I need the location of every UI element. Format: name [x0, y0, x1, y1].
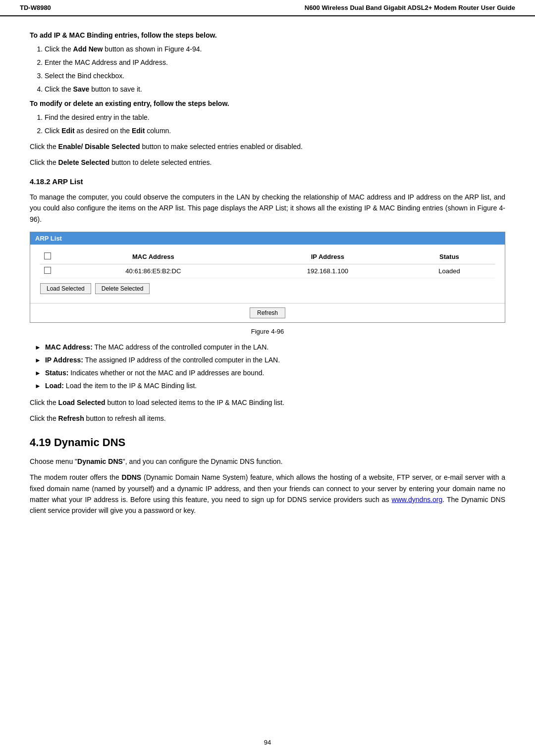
bullet-list: ► MAC Address: The MAC address of the co… [35, 342, 505, 391]
bullet-load-text: Load: Load the item to the IP & MAC Bind… [45, 381, 197, 391]
arp-action-buttons: Load Selected Delete Selected [40, 283, 495, 294]
load-selected-paragraph: Click the Load Selected button to load s… [30, 397, 505, 408]
dynamic-dns-menu-bold: Dynamic DNS [77, 457, 123, 465]
figure-caption: Figure 4-96 [30, 328, 505, 335]
delete-selected-button[interactable]: Delete Selected [95, 283, 150, 294]
bullet-mac-text: MAC Address: The MAC address of the cont… [45, 342, 268, 353]
refresh-paragraph: Click the Refresh button to refresh all … [30, 413, 505, 424]
bullet-status-text: Status: Indicates whether or not the MAC… [45, 368, 265, 378]
col-status: Status [404, 250, 495, 264]
status-label: Status: [45, 369, 68, 377]
main-content: To add IP & MAC Binding entries, follow … [0, 26, 535, 541]
refresh-inline-bold: Refresh [58, 414, 84, 422]
load-selected-inline-bold: Load Selected [58, 399, 106, 406]
arp-table: MAC Address IP Address Status 40:61:86:E… [40, 250, 495, 278]
edit-bold-2: Edit [132, 127, 145, 135]
arp-table-header-row: MAC Address IP Address Status [40, 250, 495, 264]
save-bold: Save [73, 85, 90, 93]
bullet-item-status: ► Status: Indicates whether or not the M… [35, 368, 505, 378]
col-checkbox [40, 250, 55, 264]
row-status: Loaded [404, 264, 495, 278]
mac-label: MAC Address: [45, 343, 93, 351]
load-selected-button[interactable]: Load Selected [40, 283, 91, 294]
modify-heading: To modify or delete an existing entry, f… [30, 100, 505, 107]
refresh-button[interactable]: Refresh [250, 307, 285, 318]
col-ip-address: IP Address [252, 250, 404, 264]
guide-title: N600 Wireless Dual Band Gigabit ADSL2+ M… [305, 4, 515, 11]
dynamic-dns-intro: Choose menu "Dynamic DNS", and you can c… [30, 456, 505, 467]
add-step-4: Click the Save button to save it. [45, 84, 505, 95]
delete-selected-paragraph: Click the Delete Selected button to dele… [30, 157, 505, 168]
page-number: 94 [0, 739, 535, 746]
row-checkbox-cell [40, 264, 55, 278]
modify-step-1: Find the desired entry in the table. [45, 112, 505, 123]
row-mac: 40:61:86:E5:B2:DC [55, 264, 252, 278]
enable-disable-bold: Enable/ Disable Selected [58, 143, 140, 151]
table-row: 40:61:86:E5:B2:DC 192.168.1.100 Loaded [40, 264, 495, 278]
edit-bold-1: Edit [61, 127, 74, 135]
add-ip-mac-heading: To add IP & MAC Binding entries, follow … [30, 31, 505, 39]
modify-steps-list: Find the desired entry in the table. Cli… [45, 112, 505, 136]
arrow-icon-3: ► [35, 368, 41, 378]
enable-disable-paragraph: Click the Enable/ Disable Selected butto… [30, 141, 505, 152]
col-mac-address: MAC Address [55, 250, 252, 264]
page-container: TD-W8980 N600 Wireless Dual Band Gigabit… [0, 0, 535, 756]
add-new-bold: Add New [73, 45, 103, 53]
bullet-item-ip: ► IP Address: The assigned IP address of… [35, 355, 505, 365]
row-checkbox[interactable] [44, 267, 51, 274]
dynamic-dns-body: The modem router offers the DDNS (Dynami… [30, 472, 505, 516]
add-step-3: Select the Bind checkbox. [45, 71, 505, 81]
arrow-icon-1: ► [35, 343, 41, 353]
add-step-1: Click the Add New button as shown in Fig… [45, 44, 505, 54]
row-ip: 192.168.1.100 [252, 264, 404, 278]
arp-list-title: 4.18.2 ARP List [30, 177, 505, 186]
dyndns-link[interactable]: www.dyndns.org [392, 496, 443, 504]
bullet-ip-text: IP Address: The assigned IP address of t… [45, 355, 280, 365]
arrow-icon-2: ► [35, 355, 41, 365]
bullet-item-load: ► Load: Load the item to the IP & MAC Bi… [35, 381, 505, 391]
page-header: TD-W8980 N600 Wireless Dual Band Gigabit… [0, 0, 535, 16]
arp-refresh-row: Refresh [30, 303, 505, 322]
arp-table-wrapper: MAC Address IP Address Status 40:61:86:E… [30, 245, 505, 303]
arp-description: To manage the computer, you could observ… [30, 192, 505, 225]
ddns-bold: DDNS [122, 473, 142, 481]
add-step-2: Enter the MAC Address and IP Address. [45, 57, 505, 68]
add-steps-list: Click the Add New button as shown in Fig… [45, 44, 505, 95]
ip-label: IP Address: [45, 356, 83, 364]
model-label: TD-W8980 [20, 4, 51, 11]
arrow-icon-4: ► [35, 381, 41, 391]
dynamic-dns-title: 4.19 Dynamic DNS [30, 436, 505, 449]
arp-list-header: ARP List [30, 232, 505, 245]
modify-step-2: Click Edit as desired on the Edit column… [45, 126, 505, 136]
header-checkbox[interactable] [44, 252, 51, 259]
delete-selected-bold: Delete Selected [58, 158, 110, 166]
load-label: Load: [45, 382, 64, 390]
arp-list-container: ARP List MAC Address IP Address Status [30, 232, 505, 323]
bullet-item-mac: ► MAC Address: The MAC address of the co… [35, 342, 505, 353]
